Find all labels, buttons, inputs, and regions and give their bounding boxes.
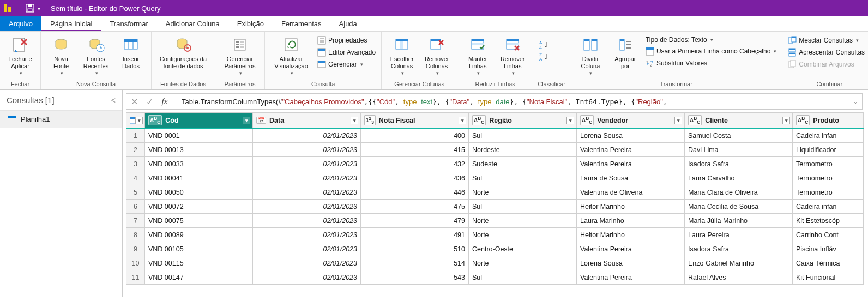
- remove-columns-button[interactable]: Remover Colunas▾: [421, 35, 453, 77]
- close-apply-button[interactable]: Fechar e Aplicar▾: [4, 35, 36, 77]
- split-column-button[interactable]: Dividir Coluna▾: [575, 35, 606, 77]
- formula-cancel-button[interactable]: ✕: [126, 97, 142, 107]
- cell-vendedor[interactable]: Lorena Sousa: [577, 256, 685, 270]
- cell-data[interactable]: 02/01/2023: [253, 242, 361, 256]
- cell-regiao[interactable]: Centro-Oeste: [469, 242, 577, 256]
- cell-produto[interactable]: Kit Funcional: [793, 270, 864, 285]
- tab-view[interactable]: Exibição: [228, 16, 273, 31]
- cell-cod[interactable]: VND 00050: [145, 185, 253, 200]
- filter-icon[interactable]: ▾: [243, 117, 250, 124]
- row-number[interactable]: 5: [126, 185, 145, 200]
- recent-sources-button[interactable]: Fontes Recentes▾: [80, 35, 112, 77]
- table-row[interactable]: 8VND 0008902/01/2023491NorteHeitor Marin…: [126, 228, 864, 242]
- row-number[interactable]: 10: [126, 256, 145, 270]
- cell-cod[interactable]: VND 00115: [145, 256, 253, 270]
- fx-icon[interactable]: fx: [157, 97, 172, 106]
- queries-header[interactable]: Consultas [1] <: [0, 90, 122, 111]
- row-number[interactable]: 6: [126, 200, 145, 214]
- tab-tools[interactable]: Ferramentas: [273, 16, 330, 31]
- cell-vendedor[interactable]: Laura de Sousa: [577, 171, 685, 185]
- cell-vendedor[interactable]: Valentina Pereira: [577, 270, 685, 285]
- row-number[interactable]: 2: [126, 143, 145, 157]
- cell-vendedor[interactable]: Lorena Sousa: [577, 129, 685, 143]
- cell-regiao[interactable]: Norte: [469, 256, 577, 270]
- cell-cliente[interactable]: Isadora Safra: [685, 157, 793, 171]
- tab-transform[interactable]: Transformar: [101, 16, 156, 31]
- formula-input[interactable]: = Table.TransformColumnTypes(#"Cabeçalho…: [172, 98, 849, 106]
- cell-produto[interactable]: Piscina Infláv: [793, 242, 864, 256]
- replace-values-button[interactable]: 12Substituir Valores: [644, 58, 777, 69]
- cell-vendedor[interactable]: Laura Marinho: [577, 214, 685, 228]
- formula-accept-button[interactable]: ✓: [142, 97, 157, 107]
- row-number[interactable]: 11: [126, 270, 145, 285]
- merge-queries-button[interactable]: Mesclar Consultas▾: [787, 35, 868, 46]
- collapse-icon[interactable]: <: [111, 96, 116, 105]
- cell-cod[interactable]: VND 00105: [145, 242, 253, 256]
- cell-produto[interactable]: Caixa Térmica: [793, 256, 864, 270]
- cell-cliente[interactable]: Laura Carvalho: [685, 171, 793, 185]
- cell-nf[interactable]: 400: [361, 129, 469, 143]
- group-by-button[interactable]: Agrupar por: [610, 35, 641, 70]
- tab-file[interactable]: Arquivo: [0, 16, 41, 31]
- tab-home[interactable]: Página Inicial: [41, 16, 101, 31]
- cell-cliente[interactable]: Davi Lima: [685, 143, 793, 157]
- cell-nf[interactable]: 479: [361, 214, 469, 228]
- cell-regiao[interactable]: Nordeste: [469, 143, 577, 157]
- cell-produto[interactable]: Carrinho Cont: [793, 228, 864, 242]
- tab-help[interactable]: Ajuda: [330, 16, 366, 31]
- qat-dropdown-icon[interactable]: ▾: [38, 5, 40, 11]
- datasource-settings-button[interactable]: Configurações da fonte de dados: [156, 35, 210, 70]
- cell-nf[interactable]: 514: [361, 256, 469, 270]
- col-header-cod[interactable]: ABCCód▾: [145, 113, 253, 129]
- refresh-preview-button[interactable]: Atualizar Visualização▾: [269, 35, 313, 77]
- cell-produto[interactable]: Cadeira infan: [793, 200, 864, 214]
- table-row[interactable]: 6VND 0007202/01/2023475SulHeitor Marinho…: [126, 200, 864, 214]
- row-number[interactable]: 3: [126, 157, 145, 171]
- cell-regiao[interactable]: Sul: [469, 129, 577, 143]
- table-row[interactable]: 10VND 0011502/01/2023514NorteLorena Sous…: [126, 256, 864, 270]
- cell-data[interactable]: 02/01/2023: [253, 185, 361, 200]
- cell-data[interactable]: 02/01/2023: [253, 143, 361, 157]
- cell-vendedor[interactable]: Valentina Pereira: [577, 157, 685, 171]
- table-row[interactable]: 9VND 0010502/01/2023510Centro-OesteValen…: [126, 242, 864, 256]
- sort-desc-button[interactable]: ZA: [538, 51, 548, 62]
- filter-icon[interactable]: ▾: [459, 117, 466, 124]
- table-row[interactable]: 3VND 0003302/01/2023432SudesteValentina …: [126, 157, 864, 171]
- cell-vendedor[interactable]: Heitor Marinho: [577, 200, 685, 214]
- cell-cliente[interactable]: Maria Cecília de Sousa: [685, 200, 793, 214]
- cell-nf[interactable]: 446: [361, 185, 469, 200]
- cell-cliente[interactable]: Laura Pereira: [685, 228, 793, 242]
- cell-vendedor[interactable]: Valentina de Oliveira: [577, 185, 685, 200]
- cell-produto[interactable]: Cadeira infan: [793, 129, 864, 143]
- row-number[interactable]: 7: [126, 214, 145, 228]
- cell-vendedor[interactable]: Valentina Pereira: [577, 242, 685, 256]
- choose-columns-button[interactable]: Escolher Colunas▾: [386, 35, 418, 77]
- sort-asc-button[interactable]: AZ: [538, 39, 548, 50]
- table-row[interactable]: 4VND 0004102/01/2023436SulLaura de Sousa…: [126, 171, 864, 185]
- cell-cod[interactable]: VND 00013: [145, 143, 253, 157]
- row-number[interactable]: 8: [126, 228, 145, 242]
- cell-cliente[interactable]: Rafael Alves: [685, 270, 793, 285]
- append-queries-button[interactable]: Acrescentar Consultas▾: [787, 47, 868, 58]
- remove-rows-button[interactable]: Remover Linhas▾: [497, 35, 528, 77]
- table-row[interactable]: 2VND 0001302/01/2023415NordesteValentina…: [126, 143, 864, 157]
- cell-data[interactable]: 02/01/2023: [253, 228, 361, 242]
- col-header-cliente[interactable]: ABCCliente▾: [685, 113, 793, 129]
- cell-nf[interactable]: 491: [361, 228, 469, 242]
- cell-vendedor[interactable]: Heitor Marinho: [577, 228, 685, 242]
- advanced-editor-button[interactable]: Editor Avançado: [316, 47, 377, 58]
- cell-regiao[interactable]: Norte: [469, 185, 577, 200]
- formula-expand-button[interactable]: ⌄: [849, 98, 862, 105]
- filter-icon[interactable]: ▾: [351, 117, 358, 124]
- cell-vendedor[interactable]: Valentina Pereira: [577, 143, 685, 157]
- datatype-button[interactable]: Tipo de Dados: Texto▾: [644, 35, 777, 45]
- col-header-nf[interactable]: 123Nota Fiscal▾: [361, 113, 469, 129]
- tab-addcolumn[interactable]: Adicionar Coluna: [157, 16, 228, 31]
- properties-button[interactable]: Propriedades: [316, 35, 377, 46]
- table-row[interactable]: 11VND 0014702/01/2023543SulValentina Per…: [126, 270, 864, 285]
- cell-nf[interactable]: 436: [361, 171, 469, 185]
- cell-data[interactable]: 02/01/2023: [253, 171, 361, 185]
- cell-produto[interactable]: Liquidificador: [793, 143, 864, 157]
- first-row-header-button[interactable]: Usar a Primeira Linha como Cabeçalho▾: [644, 46, 777, 57]
- cell-data[interactable]: 02/01/2023: [253, 129, 361, 143]
